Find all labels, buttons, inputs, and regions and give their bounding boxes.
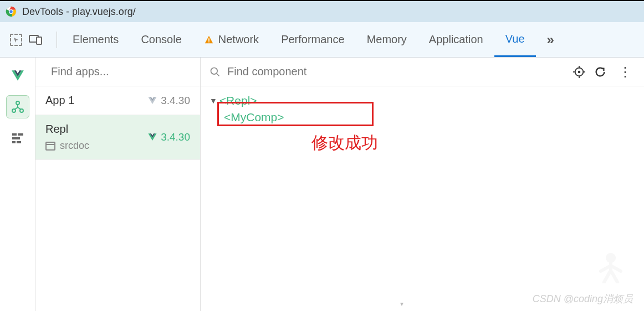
svg-point-22 bbox=[578, 70, 581, 73]
svg-line-32 bbox=[612, 272, 617, 282]
components-panel: ⋮ ▼ <Repl> <MyComp> 修改成功 ▾ bbox=[201, 58, 644, 311]
resize-handle[interactable]: ▾ bbox=[400, 300, 403, 308]
svg-point-27 bbox=[606, 253, 616, 263]
divider bbox=[57, 32, 57, 48]
svg-rect-17 bbox=[46, 142, 55, 150]
version-text: 3.4.30 bbox=[161, 131, 190, 143]
svg-point-19 bbox=[211, 68, 218, 74]
vue-logo-icon bbox=[147, 132, 157, 142]
warning-icon bbox=[204, 35, 214, 45]
apps-search-bar bbox=[35, 58, 200, 86]
device-toolbar-icon[interactable] bbox=[29, 35, 42, 45]
tree-tag-label: <MyComp> bbox=[224, 111, 284, 123]
vue-logo-icon bbox=[147, 96, 157, 106]
svg-point-2 bbox=[9, 10, 13, 14]
svg-line-20 bbox=[217, 73, 219, 76]
search-icon bbox=[209, 66, 221, 77]
app-name-label: Repl bbox=[45, 123, 89, 136]
sidebar-vue-logo-icon[interactable] bbox=[6, 64, 29, 87]
tab-console[interactable]: Console bbox=[130, 23, 192, 56]
components-toolbar: ⋮ bbox=[201, 58, 644, 86]
watermark-text: CSDN @coding消烦员 bbox=[533, 292, 633, 305]
svg-rect-11 bbox=[18, 133, 23, 136]
tab-performance[interactable]: Performance bbox=[270, 23, 356, 56]
svg-rect-6 bbox=[208, 41, 209, 42]
tab-vue[interactable]: Vue bbox=[494, 23, 536, 57]
tree-tag-label: <Repl> bbox=[219, 94, 257, 107]
apps-search-input[interactable] bbox=[51, 65, 191, 78]
components-search-input[interactable] bbox=[227, 65, 564, 78]
svg-rect-14 bbox=[17, 141, 21, 143]
more-options-icon[interactable]: ⋮ bbox=[615, 64, 635, 80]
tab-memory[interactable]: Memory bbox=[356, 23, 418, 56]
target-icon[interactable] bbox=[573, 66, 585, 78]
tab-elements[interactable]: Elements bbox=[62, 23, 130, 56]
window-title: DevTools - play.vuejs.org/ bbox=[22, 6, 136, 18]
svg-line-31 bbox=[604, 272, 610, 282]
tabs-overflow-button[interactable]: » bbox=[536, 32, 565, 48]
window-titlebar: DevTools - play.vuejs.org/ bbox=[0, 0, 644, 22]
apps-panel: App 1 3.4.30 Repl srcdoc bbox=[35, 58, 201, 311]
app-name-label: App 1 bbox=[45, 94, 74, 107]
main-content: App 1 3.4.30 Repl srcdoc bbox=[0, 58, 644, 311]
svg-point-7 bbox=[16, 101, 19, 105]
tab-network[interactable]: Network bbox=[193, 23, 270, 56]
svg-rect-12 bbox=[12, 137, 20, 139]
tree-collapse-icon[interactable]: ▼ bbox=[209, 96, 217, 105]
app-item-repl[interactable]: Repl srcdoc 3.4.30 bbox=[35, 115, 200, 160]
app-src-row: srcdoc bbox=[45, 140, 89, 152]
sidebar-timeline-icon[interactable] bbox=[6, 126, 29, 149]
svg-rect-13 bbox=[12, 141, 16, 143]
tree-node-repl[interactable]: ▼ <Repl> bbox=[209, 94, 635, 107]
tab-application[interactable]: Application bbox=[418, 23, 494, 56]
svg-rect-10 bbox=[12, 133, 17, 136]
tab-network-label: Network bbox=[218, 33, 259, 46]
srcdoc-label: srcdoc bbox=[60, 140, 89, 152]
vue-sidebar bbox=[0, 58, 35, 311]
devtools-tabs: Elements Console Network Performance Mem… bbox=[0, 22, 644, 58]
app-item-app1[interactable]: App 1 3.4.30 bbox=[35, 86, 200, 115]
component-tree: ▼ <Repl> <MyComp> bbox=[201, 86, 644, 132]
select-element-icon[interactable] bbox=[10, 34, 22, 46]
app-version: 3.4.30 bbox=[147, 131, 190, 143]
app-version: 3.4.30 bbox=[147, 95, 190, 107]
watermark-person-icon bbox=[594, 250, 627, 283]
svg-rect-5 bbox=[208, 38, 209, 41]
svg-rect-4 bbox=[37, 37, 42, 44]
tree-node-mycomp[interactable]: <MyComp> bbox=[224, 111, 635, 124]
srcdoc-icon bbox=[45, 142, 55, 151]
sidebar-components-icon[interactable] bbox=[6, 95, 29, 118]
refresh-icon[interactable] bbox=[594, 66, 606, 78]
annotation-text: 修改成功 bbox=[311, 132, 378, 154]
version-text: 3.4.30 bbox=[161, 95, 190, 107]
chrome-icon bbox=[6, 6, 17, 17]
